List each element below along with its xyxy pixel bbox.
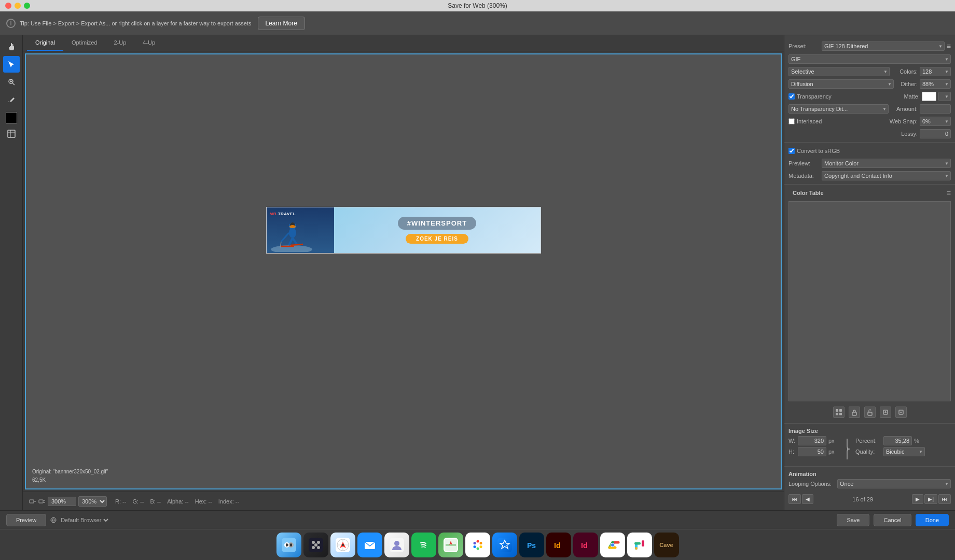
dock-illustrator[interactable]: Id [546, 533, 571, 557]
dock-contacts[interactable] [384, 533, 409, 557]
dock-maps[interactable] [438, 533, 463, 557]
close-button[interactable] [5, 3, 11, 9]
dock-mail[interactable] [357, 533, 382, 557]
format-select[interactable]: GIF PNG-8 PNG-24 JPEG [788, 54, 951, 64]
maximize-button[interactable] [24, 3, 30, 9]
metadata-select[interactable]: Copyright and Contact Info None Copyrigh… [822, 171, 951, 180]
dock-cave[interactable]: Cave [654, 533, 679, 557]
palette-select[interactable]: Selective Adaptive Perceptual Web [788, 67, 890, 76]
color-table-options-icon[interactable]: ≡ [947, 189, 951, 197]
dither-select[interactable]: 88% 75% 50% [920, 79, 951, 89]
window-title: Save for Web (300%) [448, 2, 507, 9]
preview-section: Preview Default Browser [6, 514, 110, 526]
zoom-out-icon[interactable] [29, 498, 36, 505]
dock-finder[interactable] [276, 533, 301, 557]
width-row: W: px [788, 436, 839, 445]
preset-select[interactable]: GIF 128 Dithered GIF 64 Dithered PNG-24 [822, 41, 945, 51]
dock-photos[interactable] [465, 533, 490, 557]
height-input[interactable] [798, 447, 826, 456]
tab-4up[interactable]: 4-Up [134, 35, 163, 51]
learn-more-button[interactable]: Learn More [258, 17, 305, 30]
hex-label: Hex: -- [195, 498, 212, 505]
cave-label: Cave [659, 542, 673, 548]
foreground-color-swatch[interactable] [6, 112, 17, 123]
delete-color-button[interactable] [895, 407, 907, 418]
animation-section: Animation Looping Options: Once Forever … [784, 469, 955, 492]
percent-input[interactable] [883, 436, 912, 445]
web-snap-select[interactable]: 0% 10% [920, 117, 951, 126]
svg-rect-4 [8, 130, 15, 137]
preview-row: Preview: Monitor Color Use Document Prof… [784, 157, 955, 170]
eyedropper-tool-button[interactable] [3, 91, 20, 108]
convert-srgb-checkbox[interactable] [788, 148, 795, 154]
map-icon-button[interactable] [833, 407, 845, 418]
matte-select[interactable] [938, 92, 951, 101]
lossy-input[interactable] [920, 129, 951, 138]
minimize-button[interactable] [15, 3, 21, 9]
preview-select[interactable]: Monitor Color Use Document Profile [822, 159, 951, 168]
play-button[interactable]: ▶ [912, 494, 923, 504]
select-tool-button[interactable] [3, 56, 20, 73]
first-frame-button[interactable]: ⏮ [788, 494, 801, 504]
colors-select[interactable]: 128 64 256 [920, 67, 951, 76]
interlaced-checkbox[interactable] [788, 118, 795, 124]
zoom-input[interactable]: 300% [48, 497, 76, 506]
width-input[interactable] [798, 436, 826, 445]
dock-launchpad[interactable] [303, 533, 328, 557]
r-label: R: -- [115, 498, 126, 505]
svg-point-42 [312, 541, 315, 544]
height-row: H: px [788, 447, 839, 456]
done-button[interactable]: Done [916, 514, 949, 526]
tab-original[interactable]: Original [27, 35, 63, 51]
svg-point-68 [473, 545, 476, 548]
looping-options-select[interactable]: Once Forever Other... [837, 479, 951, 488]
dock-indesign[interactable]: Id [573, 533, 598, 557]
amount-input[interactable] [920, 104, 951, 114]
dock-slack[interactable] [627, 533, 652, 557]
svg-rect-26 [839, 413, 842, 415]
transparency-label: Transparency [797, 93, 832, 100]
lock-icon-button[interactable] [849, 407, 860, 418]
convert-srgb-row: Convert to sRGB [784, 145, 955, 157]
transparency-checkbox-label[interactable]: Transparency [788, 93, 832, 100]
last-frame-button[interactable]: ⏭ [938, 494, 951, 504]
next-frame-button[interactable]: ▶| [924, 494, 937, 504]
diffusion-select[interactable]: Diffusion Pattern Noise [788, 79, 894, 89]
zoom-tool-button[interactable] [3, 74, 20, 90]
color-table-header: Color Table ≡ [784, 187, 955, 199]
dock-photoshop[interactable]: Ps [519, 533, 544, 557]
dock-appstore[interactable] [492, 533, 517, 557]
dock-safari[interactable] [330, 533, 355, 557]
preset-options-icon[interactable]: ≡ [947, 42, 951, 50]
no-transp-dither-select[interactable]: No Transparency Dit... Diffusion Transpa… [788, 104, 889, 114]
svg-text:Ps: Ps [527, 541, 536, 550]
convert-srgb-label[interactable]: Convert to sRGB [788, 148, 840, 154]
format-row: GIF PNG-8 PNG-24 JPEG [784, 53, 955, 65]
zoom-in-icon[interactable] [38, 498, 46, 505]
content-area: Original Optimized 2-Up 4-Up MR.TRAVEL [0, 35, 955, 510]
dock-chrome[interactable] [600, 533, 625, 557]
browser-dropdown[interactable]: Default Browser [59, 516, 110, 524]
image-map-button[interactable] [3, 125, 20, 142]
svg-rect-20 [39, 500, 43, 503]
frame-count: 16 of 29 [813, 496, 912, 502]
interlaced-checkbox-label[interactable]: Interlaced [788, 118, 822, 124]
hand-tool-button[interactable] [3, 38, 20, 55]
tab-optimized[interactable]: Optimized [63, 35, 106, 51]
zoom-select[interactable]: 300% 200% 100% 50% [78, 496, 107, 507]
dock-spotify[interactable] [411, 533, 436, 557]
unlock-icon-button[interactable] [864, 407, 876, 418]
quality-select[interactable]: Bicubic Bicubic Sharper Bilinear [883, 447, 925, 456]
matte-color-swatch[interactable] [922, 92, 936, 101]
save-button[interactable]: Save [837, 514, 869, 526]
aspect-ratio-link[interactable] [843, 436, 851, 462]
cancel-button[interactable]: Cancel [874, 514, 911, 526]
add-color-button[interactable] [880, 407, 891, 418]
no-transp-dither-row: No Transparency Dit... Diffusion Transpa… [784, 103, 955, 115]
svg-point-46 [314, 543, 317, 547]
preset-row: Preset: GIF 128 Dithered GIF 64 Dithered… [784, 39, 955, 53]
prev-frame-button[interactable]: ◀ [802, 494, 813, 504]
tab-2up[interactable]: 2-Up [105, 35, 134, 51]
preview-button[interactable]: Preview [6, 514, 46, 526]
transparency-checkbox[interactable] [788, 93, 795, 100]
